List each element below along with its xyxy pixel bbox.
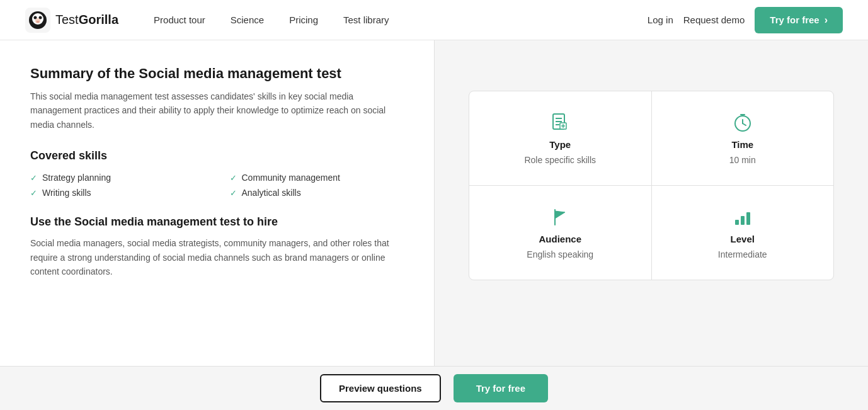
level-label: Level: [731, 234, 755, 244]
document-icon: [549, 111, 571, 134]
type-value: Role specific skills: [524, 155, 596, 165]
preview-questions-button[interactable]: Preview questions: [320, 374, 441, 402]
skills-title: Covered skills: [30, 149, 404, 162]
check-icon: ✓: [230, 173, 237, 183]
time-label: Time: [731, 139, 753, 150]
type-label: Type: [549, 139, 571, 150]
info-card-audience: Audience English speaking: [469, 186, 651, 280]
use-desc: Social media managers, social media stra…: [30, 236, 404, 278]
svg-line-16: [743, 123, 746, 125]
svg-rect-21: [746, 212, 750, 225]
audience-label: Audience: [539, 234, 581, 244]
logo[interactable]: TestGorilla: [25, 8, 118, 33]
svg-rect-20: [741, 216, 745, 225]
level-value: Intermediate: [718, 249, 767, 259]
clock-icon: [731, 111, 754, 134]
nav-test-library[interactable]: Test library: [333, 9, 399, 30]
check-icon: ✓: [30, 173, 37, 183]
arrow-icon: ›: [825, 14, 828, 26]
navbar: TestGorilla Product tour Science Pricing…: [0, 0, 868, 40]
svg-rect-19: [735, 220, 739, 225]
nav-try-free-button[interactable]: Try for free ›: [755, 7, 843, 33]
info-card-time: Time 10 min: [652, 91, 834, 185]
summary-title: Summary of the Social media management t…: [30, 65, 404, 82]
skill-item: ✓ Analytical skills: [230, 188, 404, 198]
summary-desc: This social media management test assess…: [30, 89, 404, 132]
navbar-actions: Log in Request demo Try for free ›: [648, 7, 843, 33]
main-content: Summary of the Social media management t…: [0, 40, 868, 366]
audience-value: English speaking: [527, 249, 593, 259]
try-free-bottom-button[interactable]: Try for free: [454, 374, 548, 402]
time-value: 10 min: [729, 155, 756, 165]
bottom-bar: Preview questions Try for free: [0, 366, 868, 410]
skill-item: ✓ Strategy planning: [30, 173, 205, 183]
check-icon: ✓: [230, 188, 237, 198]
skill-item: ✓ Writing skills: [30, 188, 205, 198]
skill-item: ✓ Community management: [230, 173, 404, 183]
nav-login[interactable]: Log in: [648, 14, 673, 25]
flag-icon: [549, 206, 571, 229]
info-card-level: Level Intermediate: [652, 186, 834, 280]
logo-text: TestGorilla: [55, 13, 118, 27]
info-card-type: Type Role specific skills: [469, 91, 651, 185]
right-panel: Type Role specific skills Time 10 min: [435, 40, 868, 366]
info-cards-grid: Type Role specific skills Time 10 min: [469, 91, 834, 280]
check-icon: ✓: [30, 188, 37, 198]
nav-request-demo[interactable]: Request demo: [683, 14, 745, 25]
navbar-links: Product tour Science Pricing Test librar…: [144, 9, 648, 30]
chart-icon: [731, 206, 754, 229]
svg-point-6: [37, 21, 40, 23]
use-title: Use the Social media management test to …: [30, 215, 404, 229]
nav-science[interactable]: Science: [220, 9, 274, 30]
nav-pricing[interactable]: Pricing: [279, 9, 328, 30]
nav-product-tour[interactable]: Product tour: [144, 9, 215, 30]
left-panel: Summary of the Social media management t…: [0, 40, 435, 366]
skills-grid: ✓ Strategy planning ✓ Community manageme…: [30, 173, 404, 198]
logo-icon: [25, 8, 50, 33]
